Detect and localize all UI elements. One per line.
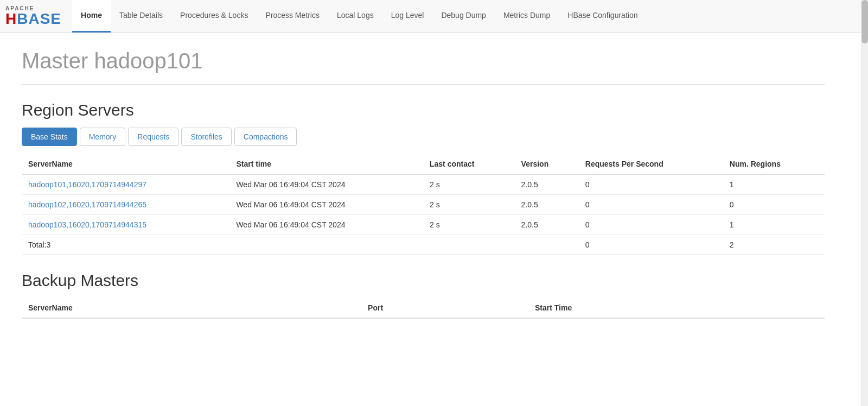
cell-regions-3: 1	[723, 215, 825, 235]
scrollbar-track[interactable]	[861, 0, 868, 351]
scrollbar-thumb[interactable]	[861, 0, 868, 43]
cell-total-blank-2	[423, 235, 515, 255]
nav-process-metrics[interactable]: Process Metrics	[257, 0, 328, 33]
cell-total-blank-1	[229, 235, 423, 255]
nav-table-details[interactable]: Table Details	[111, 0, 171, 33]
col-requests-per-second: Requests Per Second	[579, 154, 723, 174]
col-version: Version	[515, 154, 579, 174]
backup-table-header: ServerName Port Start Time	[22, 298, 825, 318]
col-num-regions: Num. Regions	[723, 154, 825, 174]
cell-requests-3: 0	[579, 215, 723, 235]
cell-total-label: Total:3	[22, 235, 229, 255]
master-hostname: hadoop101	[94, 49, 202, 73]
col-start-time: Start time	[229, 154, 423, 174]
backup-masters-table: ServerName Port Start Time	[22, 298, 825, 319]
cell-total-regions: 2	[723, 235, 825, 255]
nav-procedures-locks[interactable]: Procedures & Locks	[171, 0, 257, 33]
navbar: APACHE HBASE Home Table Details Procedur…	[0, 0, 868, 33]
table-row: hadoop103,16020,1709714944315 Wed Mar 06…	[22, 215, 825, 235]
region-servers-table: ServerName Start time Last contact Versi…	[22, 154, 825, 255]
cell-server-name-2: hadoop102,16020,1709714944265	[22, 195, 229, 215]
tab-storefiles[interactable]: Storefiles	[181, 128, 231, 146]
cell-last-contact-1: 2 s	[423, 174, 515, 195]
cell-server-name-3: hadoop103,16020,1709714944315	[22, 215, 229, 235]
nav-hbase-config[interactable]: HBase Configuration	[559, 0, 646, 33]
cell-requests-1: 0	[579, 174, 723, 195]
backup-masters-title: Backup Masters	[22, 271, 825, 290]
cell-version-2: 2.0.5	[515, 195, 579, 215]
col-last-contact: Last contact	[423, 154, 515, 174]
cell-version-3: 2.0.5	[515, 215, 579, 235]
tab-compactions[interactable]: Compactions	[234, 128, 297, 146]
title-divider	[22, 84, 825, 85]
cell-total-requests: 0	[579, 235, 723, 255]
cell-last-contact-3: 2 s	[423, 215, 515, 235]
total-row: Total:3 0 2	[22, 235, 825, 255]
table-body: hadoop101,16020,1709714944297 Wed Mar 06…	[22, 174, 825, 255]
region-servers-tabs: Base Stats Memory Requests Storefiles Co…	[22, 128, 825, 146]
server-link-2[interactable]: hadoop102,16020,1709714944265	[28, 200, 146, 209]
tab-requests[interactable]: Requests	[128, 128, 178, 146]
backup-header-row: ServerName Port Start Time	[22, 298, 825, 318]
nav-metrics-dump[interactable]: Metrics Dump	[495, 0, 559, 33]
table-row: hadoop101,16020,1709714944297 Wed Mar 06…	[22, 174, 825, 195]
cell-total-blank-3	[515, 235, 579, 255]
nav-log-level[interactable]: Log Level	[382, 0, 433, 33]
cell-start-time-3: Wed Mar 06 16:49:04 CST 2024	[229, 215, 423, 235]
server-link-3[interactable]: hadoop103,16020,1709714944315	[28, 220, 146, 229]
tab-memory[interactable]: Memory	[80, 128, 126, 146]
backup-col-server-name: ServerName	[22, 298, 361, 318]
col-server-name: ServerName	[22, 154, 229, 174]
nav-links: Home Table Details Procedures & Locks Pr…	[72, 0, 646, 32]
cell-regions-1: 1	[723, 174, 825, 195]
nav-local-logs[interactable]: Local Logs	[328, 0, 382, 33]
cell-version-1: 2.0.5	[515, 174, 579, 195]
tab-base-stats[interactable]: Base Stats	[22, 128, 77, 146]
header-row: ServerName Start time Last contact Versi…	[22, 154, 825, 174]
nav-debug-dump[interactable]: Debug Dump	[432, 0, 495, 33]
table-row: hadoop102,16020,1709714944265 Wed Mar 06…	[22, 195, 825, 215]
cell-start-time-1: Wed Mar 06 16:49:04 CST 2024	[229, 174, 423, 195]
nav-home[interactable]: Home	[72, 0, 111, 33]
logo-link[interactable]: APACHE HBASE	[5, 6, 61, 27]
logo-hbase-text: HBASE	[5, 10, 61, 27]
cell-start-time-2: Wed Mar 06 16:49:04 CST 2024	[229, 195, 423, 215]
region-servers-section: Region Servers Base Stats Memory Request…	[22, 101, 825, 255]
main-content: Master hadoop101 Region Servers Base Sta…	[0, 33, 846, 351]
table-header: ServerName Start time Last contact Versi…	[22, 154, 825, 174]
cell-requests-2: 0	[579, 195, 723, 215]
master-title: Master hadoop101	[22, 49, 825, 73]
server-link-1[interactable]: hadoop101,16020,1709714944297	[28, 180, 146, 189]
region-servers-title: Region Servers	[22, 101, 825, 119]
backup-col-start-time: Start Time	[528, 298, 825, 318]
backup-col-port: Port	[361, 298, 528, 318]
cell-server-name: hadoop101,16020,1709714944297	[22, 174, 229, 195]
backup-masters-section: Backup Masters ServerName Port Start Tim…	[22, 271, 825, 319]
cell-regions-2: 0	[723, 195, 825, 215]
cell-last-contact-2: 2 s	[423, 195, 515, 215]
